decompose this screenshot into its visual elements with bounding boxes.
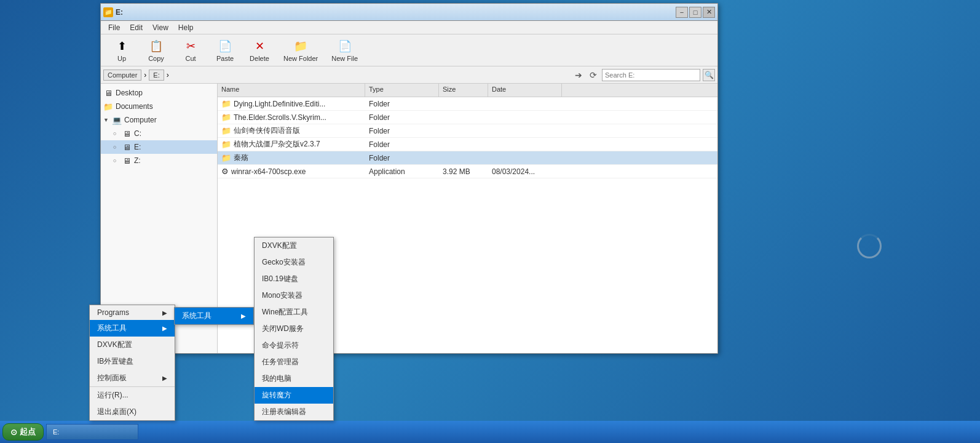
new-folder-button[interactable]: 📁 New Folder <box>278 36 323 65</box>
maximize-button[interactable]: □ <box>689 7 701 18</box>
file-type: Folder <box>365 153 439 164</box>
cut-button[interactable]: ✂ Cut <box>175 36 207 65</box>
submenu2-item[interactable]: 注册表编辑器 <box>255 404 333 420</box>
submenu2-item-label: 关闭WD服务 <box>262 324 304 334</box>
c-drive-icon: 🖥 <box>122 129 132 138</box>
file-row[interactable]: 📁 Dying.Light.Definitive.Editi... Folder <box>218 97 717 111</box>
copy-icon: 📋 <box>149 39 164 54</box>
new-file-button[interactable]: 📄 New File <box>326 36 363 65</box>
drive-breadcrumb[interactable]: E: <box>149 70 164 81</box>
file-type: Folder <box>365 112 439 123</box>
file-row[interactable]: 📁 秦殇 Folder <box>218 151 717 165</box>
e-drive-icon: 🖥 <box>122 142 132 152</box>
address-refresh-button[interactable]: ⟳ <box>587 70 599 80</box>
file-date <box>488 103 562 105</box>
menu-help[interactable]: Help <box>173 22 199 33</box>
breadcrumb-expand[interactable]: › <box>167 71 169 79</box>
ctx-dxvk[interactable]: DXVK配置 <box>90 337 175 353</box>
submenu2-item[interactable]: 旋转魔方 <box>255 387 333 404</box>
file-name: ⚙ winrar-x64-700scp.exe <box>218 166 365 177</box>
file-type-icon: 📁 <box>221 99 231 108</box>
ctx-control-panel-arrow: ▶ <box>162 375 167 381</box>
expand-arrow-c[interactable]: ○ <box>113 130 119 137</box>
file-size <box>439 130 488 132</box>
search-input[interactable] <box>602 69 700 81</box>
minimize-button[interactable]: − <box>676 7 688 18</box>
start-button[interactable]: ⊙ 起点 <box>2 423 44 441</box>
ctx-run[interactable]: 运行(R)... <box>90 386 175 404</box>
file-type: Folder <box>365 98 439 110</box>
sidebar-label-z: Z: <box>134 156 141 165</box>
expand-arrow-computer[interactable]: ▼ <box>103 117 109 123</box>
file-row[interactable]: 📁 The.Elder.Scrolls.V.Skyrim... Folder <box>218 111 717 124</box>
taskbar-window-e[interactable]: E: <box>46 424 138 440</box>
sidebar-item-desktop[interactable]: 🖥 Desktop <box>101 86 217 100</box>
ctx-control-panel[interactable]: 控制面板 ▶ <box>90 370 175 386</box>
sidebar-label-c: C: <box>134 129 141 138</box>
submenu2-item[interactable]: IB0.19键盘 <box>255 271 333 287</box>
submenu2-item[interactable]: Wine配置工具 <box>255 304 333 321</box>
title-bar-left: 📁 E: <box>103 7 123 17</box>
submenu2-item-label: 命令提示符 <box>262 340 299 351</box>
file-rows: 📁 Dying.Light.Definitive.Editi... Folder… <box>218 97 717 178</box>
ctx-ib-keyboard[interactable]: IB外置键盘 <box>90 353 175 370</box>
file-name: 📁 The.Elder.Scrolls.V.Skyrim... <box>218 111 365 123</box>
address-go-button[interactable]: ➔ <box>572 70 585 80</box>
menu-view[interactable]: View <box>148 22 173 33</box>
submenu2-item-label: 任务管理器 <box>262 357 299 367</box>
column-date[interactable]: Date <box>488 84 562 97</box>
paste-icon: 📄 <box>218 39 232 54</box>
sidebar-item-e[interactable]: ○ 🖥 E: <box>101 140 217 154</box>
computer-breadcrumb[interactable]: Computer <box>103 70 141 81</box>
ctx-system-tools[interactable]: 系统工具 ▶ <box>90 320 175 337</box>
expand-arrow-z[interactable]: ○ <box>113 158 119 164</box>
submenu2-item[interactable]: Mono安装器 <box>255 287 333 304</box>
file-date <box>488 157 562 159</box>
submenu2-item[interactable]: DXVK配置 <box>255 237 333 254</box>
documents-icon: 📁 <box>103 102 113 111</box>
column-type[interactable]: Type <box>365 84 439 97</box>
paste-button[interactable]: 📄 Paste <box>209 36 241 65</box>
expand-arrow-e[interactable]: ○ <box>113 144 119 150</box>
file-row[interactable]: 📁 植物大战僵尸杂交版v2.3.7 Folder <box>218 138 717 151</box>
up-button[interactable]: ⬆ Up <box>106 36 138 65</box>
loading-spinner <box>857 234 882 258</box>
submenu-system-tools[interactable]: 系统工具 ▶ <box>175 308 253 324</box>
delete-button[interactable]: ✕ Delete <box>243 36 275 65</box>
submenu2-item[interactable]: 任务管理器 <box>255 354 333 370</box>
file-date <box>488 143 562 146</box>
sidebar-item-c[interactable]: ○ 🖥 C: <box>101 127 217 140</box>
submenu2-item[interactable]: 关闭WD服务 <box>255 321 333 337</box>
ctx-exit-label: 退出桌面(X) <box>97 407 136 417</box>
submenu2-item-label: IB0.19键盘 <box>262 274 298 284</box>
submenu2-item[interactable]: Gecko安装器 <box>255 254 333 271</box>
menu-file[interactable]: File <box>103 22 125 33</box>
ctx-programs[interactable]: Programs ▶ <box>90 305 175 320</box>
ctx-ib-keyboard-label: IB外置键盘 <box>97 356 133 367</box>
start-label: 起点 <box>20 426 36 437</box>
ctx-exit[interactable]: 退出桌面(X) <box>90 404 175 420</box>
file-row[interactable]: ⚙ winrar-x64-700scp.exe Application 3.92… <box>218 165 717 178</box>
sidebar-item-documents[interactable]: 📁 Documents <box>101 100 217 113</box>
window-title: E: <box>116 8 123 17</box>
submenu2-item-label: 我的电脑 <box>262 373 291 384</box>
file-type: Application <box>365 166 439 177</box>
search-button[interactable]: 🔍 <box>703 69 715 81</box>
z-drive-icon: 🖥 <box>122 156 132 166</box>
file-size <box>439 103 488 105</box>
sidebar-item-z[interactable]: ○ 🖥 Z: <box>101 154 217 167</box>
file-explorer-window: 📁 E: − □ ✕ File Edit View Help ⬆ Up 📋 Co… <box>100 3 718 354</box>
copy-button[interactable]: 📋 Copy <box>140 36 172 65</box>
sidebar-item-computer[interactable]: ▼ 💻 Computer <box>101 113 217 127</box>
new-folder-icon: 📁 <box>293 39 308 54</box>
submenu2-item[interactable]: 命令提示符 <box>255 337 333 354</box>
submenu2-item[interactable]: 我的电脑 <box>255 370 333 387</box>
menu-edit[interactable]: Edit <box>125 22 148 33</box>
file-row[interactable]: 📁 仙剑奇侠传四语音版 Folder <box>218 124 717 138</box>
close-button[interactable]: ✕ <box>703 7 715 18</box>
column-size[interactable]: Size <box>439 84 488 97</box>
breadcrumb-separator: › <box>144 71 146 79</box>
sidebar-label-desktop: Desktop <box>116 89 143 97</box>
submenu-system-tools-label: 系统工具 <box>182 311 211 321</box>
column-name[interactable]: Name <box>218 84 365 97</box>
